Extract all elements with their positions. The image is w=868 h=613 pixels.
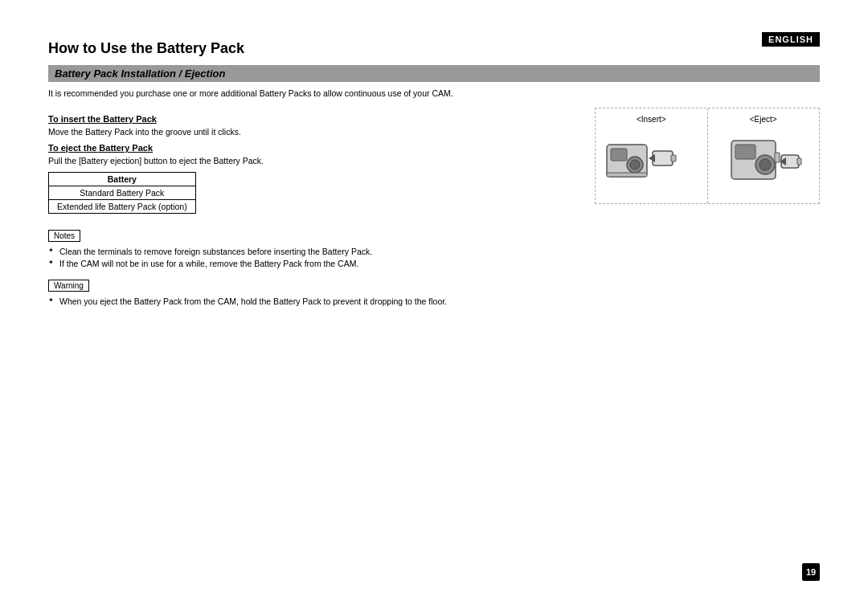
svg-rect-14 — [797, 158, 801, 165]
note-item-1: Clean the terminals to remove foreign su… — [48, 247, 820, 256]
diagram-area: <Insert> — [595, 108, 820, 204]
insert-diagram: <Insert> — [596, 108, 708, 203]
svg-rect-5 — [653, 151, 673, 166]
warning-item-1: When you eject the Battery Pack from the… — [48, 296, 820, 306]
svg-point-3 — [630, 160, 640, 170]
svg-point-11 — [760, 159, 771, 170]
insert-camera-svg — [603, 129, 699, 193]
warning-badge: Warning — [48, 280, 89, 292]
page-title: How to Use the Battery Pack — [48, 40, 820, 57]
svg-marker-7 — [649, 154, 655, 162]
page: ENGLISH How to Use the Battery Pack Batt… — [0, 0, 868, 613]
eject-title: To eject the Battery Pack — [48, 143, 579, 153]
warning-section: Warning When you eject the Battery Pack … — [48, 280, 820, 306]
notes-section: Notes Clean the terminals to remove fore… — [48, 230, 820, 268]
eject-diagram: <Eject> — [708, 108, 820, 203]
battery-table: Battery Standard Battery Pack Extended l… — [48, 172, 196, 214]
content-area: To insert the Battery Pack Move the Batt… — [48, 108, 820, 214]
battery-table-header: Battery — [49, 173, 196, 186]
notes-badge: Notes — [48, 230, 80, 242]
eject-label: <Eject> — [750, 115, 777, 124]
note-item-2: If the CAM will not be in use for a whil… — [48, 259, 820, 268]
language-badge: ENGLISH — [762, 32, 820, 47]
section-header: Battery Pack Installation / Ejection — [48, 65, 820, 82]
insert-text: Move the Battery Pack into the groove un… — [48, 127, 579, 137]
left-content: To insert the Battery Pack Move the Batt… — [48, 108, 579, 214]
battery-table-row2: Extended life Battery Pack (option) — [49, 200, 196, 214]
insert-title: To insert the Battery Pack — [48, 114, 579, 124]
svg-rect-12 — [775, 153, 780, 162]
svg-rect-6 — [671, 155, 676, 161]
diagram-container: <Insert> — [595, 108, 820, 214]
eject-text: Pull the [Battery ejection] button to ej… — [48, 156, 579, 166]
intro-text: It is recommended you purchase one or mo… — [48, 88, 820, 98]
svg-rect-4 — [607, 173, 647, 177]
page-number: 19 — [802, 563, 820, 581]
insert-label: <Insert> — [637, 115, 666, 124]
svg-rect-1 — [611, 149, 627, 161]
svg-rect-9 — [735, 145, 755, 159]
eject-camera-svg — [723, 129, 804, 193]
battery-table-row1: Standard Battery Pack — [49, 186, 196, 200]
